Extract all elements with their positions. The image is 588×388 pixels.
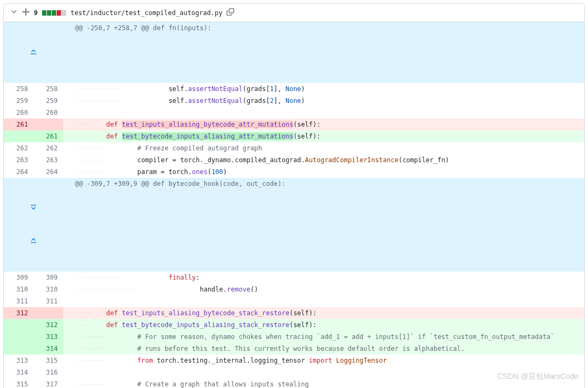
old-line-num[interactable]: 315 — [4, 378, 33, 388]
diff-row: 315317········ # Create a graph that all… — [4, 378, 584, 388]
expand-up-button[interactable] — [4, 48, 63, 57]
diff-row: 309309············ finally: — [4, 272, 584, 283]
move-icon — [22, 8, 30, 16]
stat-added-block — [47, 10, 51, 16]
copy-icon — [227, 8, 234, 16]
new-line-num[interactable]: 309 — [33, 272, 63, 283]
code-cell: ········ param = torch.ones(100) — [63, 166, 584, 178]
move-handle[interactable] — [22, 8, 30, 17]
stat-removed-block — [57, 10, 61, 16]
code-cell: ········ from torch.testing._internal.lo… — [63, 355, 584, 366]
collapse-toggle[interactable] — [10, 8, 18, 17]
old-line-num[interactable]: 260 — [4, 107, 33, 119]
old-line-num[interactable]: 312 — [4, 307, 33, 319]
hunk-header: @@ -258,7 +258,7 @@ def fn(inputs): — [63, 22, 584, 83]
code-cell: ···· def test_inputs_aliasing_bytecode_s… — [63, 307, 584, 319]
diff-row: 259259············ self.assertNotEqual(g… — [4, 95, 584, 107]
new-line-num[interactable]: 316 — [33, 366, 63, 378]
code-cell: ············ self.assertNotEqual(grads[2… — [63, 95, 584, 107]
code-cell: ········ compiler = torch._dynamo.compil… — [63, 154, 584, 166]
new-line-num[interactable]: 312 — [33, 319, 63, 331]
diff-row-add: 261···· def test_bytecode_inputs_aliasin… — [4, 130, 584, 142]
fold-up-icon — [30, 48, 37, 56]
new-line-num[interactable]: 313 — [33, 331, 63, 343]
new-line-num[interactable]: 263 — [33, 154, 63, 166]
old-line-num — [4, 343, 33, 355]
hunk-header-row: @@ -258,7 +258,7 @@ def fn(inputs): — [4, 22, 584, 83]
new-line-num[interactable]: 311 — [33, 295, 63, 307]
new-line-num[interactable]: 310 — [33, 283, 63, 295]
new-line-num[interactable]: 261 — [33, 130, 63, 142]
stat-neutral-block — [61, 10, 66, 16]
hunk-header-row: @@ -309,7 +309,9 @@ def bytecode_hook(co… — [4, 178, 584, 272]
stat-added-block — [52, 10, 56, 16]
stat-added-block — [42, 10, 46, 16]
copy-path-button[interactable] — [227, 8, 234, 17]
new-line-num[interactable]: 260 — [33, 107, 63, 119]
diff-row: 264264········ param = torch.ones(100) — [4, 166, 584, 178]
diff-row: 313315········ from torch.testing._inter… — [4, 355, 584, 366]
old-line-num[interactable]: 263 — [4, 154, 33, 166]
expand-down-button[interactable] — [4, 204, 63, 213]
new-line-num[interactable]: 264 — [33, 166, 63, 178]
diff-row-add: 314········ # runs before this test. Thi… — [4, 343, 584, 355]
old-line-num[interactable]: 311 — [4, 295, 33, 307]
new-line-num[interactable]: 314 — [33, 343, 63, 355]
new-line-num[interactable]: 259 — [33, 95, 63, 107]
fold-up-icon — [30, 237, 37, 244]
code-cell: ···· def test_bytecode_inputs_aliasing_a… — [63, 130, 584, 142]
code-cell: ········ # Create a graph that allows in… — [63, 378, 584, 388]
code-cell — [63, 107, 584, 119]
file-header: 9 test/inductor/test_compiled_autograd.p… — [4, 4, 584, 22]
new-line-num — [33, 307, 63, 319]
diff-row: 311311 — [4, 295, 584, 307]
code-cell: ···· def test_inputs_aliasing_bytecode_a… — [63, 119, 584, 130]
new-line-num — [33, 119, 63, 130]
new-line-num[interactable]: 262 — [33, 142, 63, 154]
diff-row: 263263········ compiler = torch._dynamo.… — [4, 154, 584, 166]
diff-file: 9 test/inductor/test_compiled_autograd.p… — [3, 3, 585, 388]
new-line-num[interactable]: 258 — [33, 83, 63, 95]
old-line-num — [4, 331, 33, 343]
diff-row: 310310················ handle.remove() — [4, 283, 584, 295]
old-line-num — [4, 130, 33, 142]
code-cell — [63, 366, 584, 378]
diff-table: @@ -258,7 +258,7 @@ def fn(inputs): 2582… — [4, 22, 584, 388]
fold-down-icon — [30, 204, 37, 211]
code-cell: ············ finally: — [63, 272, 584, 283]
code-cell: ········ # For some reason, dynamo choke… — [63, 331, 584, 343]
code-cell: ···· def test_bytecode_inputs_aliasing_s… — [63, 319, 584, 331]
diff-row: 258258············ self.assertNotEqual(g… — [4, 83, 584, 95]
diff-row: 314316 — [4, 366, 584, 378]
diff-row-add: 312···· def test_bytecode_inputs_aliasin… — [4, 319, 584, 331]
old-line-num[interactable]: 313 — [4, 355, 33, 366]
diff-stat-blocks — [42, 10, 66, 16]
diff-row-del: 312···· def test_inputs_aliasing_bytecod… — [4, 307, 584, 319]
old-line-num[interactable]: 309 — [4, 272, 33, 283]
old-line-num[interactable]: 264 — [4, 166, 33, 178]
change-count: 9 — [34, 9, 38, 17]
old-line-num[interactable]: 259 — [4, 95, 33, 107]
old-line-num[interactable]: 310 — [4, 283, 33, 295]
hunk-header: @@ -309,7 +309,9 @@ def bytecode_hook(co… — [63, 178, 584, 272]
old-line-num[interactable]: 262 — [4, 142, 33, 154]
diff-row-add: 313········ # For some reason, dynamo ch… — [4, 331, 584, 343]
old-line-num — [4, 319, 33, 331]
code-cell: ········ # runs before this test. This c… — [63, 343, 584, 355]
diff-row: 262262········ # Freeze compiled autogra… — [4, 142, 584, 154]
new-line-num[interactable]: 315 — [33, 355, 63, 366]
diff-row-del: 261···· def test_inputs_aliasing_bytecod… — [4, 119, 584, 130]
old-line-num[interactable]: 314 — [4, 366, 33, 378]
code-cell: ········ # Freeze compiled autograd grap… — [63, 142, 584, 154]
chevron-down-icon — [10, 8, 18, 16]
expand-up-button[interactable] — [4, 237, 63, 246]
old-line-num[interactable]: 258 — [4, 83, 33, 95]
diff-row: 260260 — [4, 107, 584, 119]
code-cell — [63, 295, 584, 307]
code-cell: ················ handle.remove() — [63, 283, 584, 295]
code-cell: ············ self.assertNotEqual(grads[1… — [63, 83, 584, 95]
file-path[interactable]: test/inductor/test_compiled_autograd.py — [71, 9, 223, 17]
new-line-num[interactable]: 317 — [33, 378, 63, 388]
old-line-num[interactable]: 261 — [4, 119, 33, 130]
